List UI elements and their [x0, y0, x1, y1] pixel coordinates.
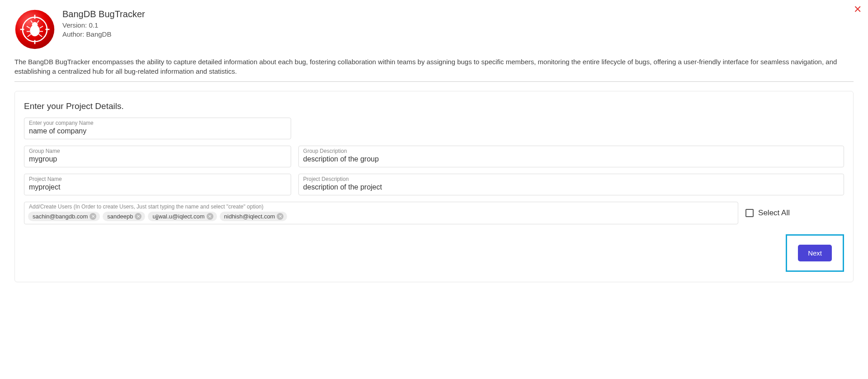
close-icon[interactable]: ✕ [854, 5, 862, 14]
svg-point-7 [32, 22, 38, 27]
group-name-label: Group Name [29, 148, 286, 154]
next-button[interactable]: Next [798, 245, 832, 261]
divider [14, 81, 854, 82]
user-chip-label: nidhish@iqlect.com [224, 213, 275, 220]
user-chip-label: ujjwal.u@iqlect.com [152, 213, 204, 220]
user-chip-label: sandeepb [107, 213, 133, 220]
select-all-label: Select All [758, 208, 790, 218]
users-label: Add/Create Users (In Order to create Use… [28, 204, 734, 210]
app-description: The BangDB BugTracker encompasses the ab… [14, 57, 854, 76]
project-name-label: Project Name [29, 176, 286, 182]
app-version: Version: 0.1 [62, 21, 145, 29]
group-desc-label: Group Description [303, 148, 839, 154]
group-name-input[interactable] [29, 154, 286, 164]
users-field[interactable]: Add/Create Users (In Order to create Use… [24, 202, 738, 224]
remove-chip-icon[interactable]: ✕ [277, 213, 283, 220]
user-chip[interactable]: nidhish@iqlect.com✕ [220, 212, 288, 221]
user-chip[interactable]: sachin@bangdb.com✕ [28, 212, 100, 221]
company-field[interactable]: Enter your company Name [24, 118, 291, 139]
next-highlight: Next [786, 234, 844, 272]
remove-chip-icon[interactable]: ✕ [207, 213, 213, 220]
company-label: Enter your company Name [29, 120, 286, 126]
remove-chip-icon[interactable]: ✕ [90, 213, 96, 220]
app-author: Author: BangDB [62, 30, 145, 38]
remove-chip-icon[interactable]: ✕ [135, 213, 142, 220]
company-input[interactable] [29, 126, 286, 136]
group-desc-input[interactable] [303, 154, 839, 164]
project-desc-input[interactable] [303, 182, 839, 192]
app-logo [14, 9, 55, 50]
project-desc-label: Project Description [303, 176, 839, 182]
user-chip-label: sachin@bangdb.com [33, 213, 88, 220]
project-name-input[interactable] [29, 182, 286, 192]
select-all-checkbox[interactable] [745, 209, 754, 217]
group-desc-field[interactable]: Group Description [298, 146, 844, 167]
user-chip[interactable]: ujjwal.u@iqlect.com✕ [148, 212, 217, 221]
user-chip[interactable]: sandeepb✕ [103, 212, 145, 221]
select-all-toggle[interactable]: Select All [745, 208, 844, 218]
app-title: BangDB BugTracker [62, 9, 145, 19]
project-details-card: Enter your Project Details. Enter your c… [14, 91, 854, 282]
project-name-field[interactable]: Project Name [24, 174, 291, 195]
app-header: BangDB BugTracker Version: 0.1 Author: B… [14, 9, 854, 50]
group-name-field[interactable]: Group Name [24, 146, 291, 167]
project-desc-field[interactable]: Project Description [298, 174, 844, 195]
card-title: Enter your Project Details. [24, 101, 844, 111]
